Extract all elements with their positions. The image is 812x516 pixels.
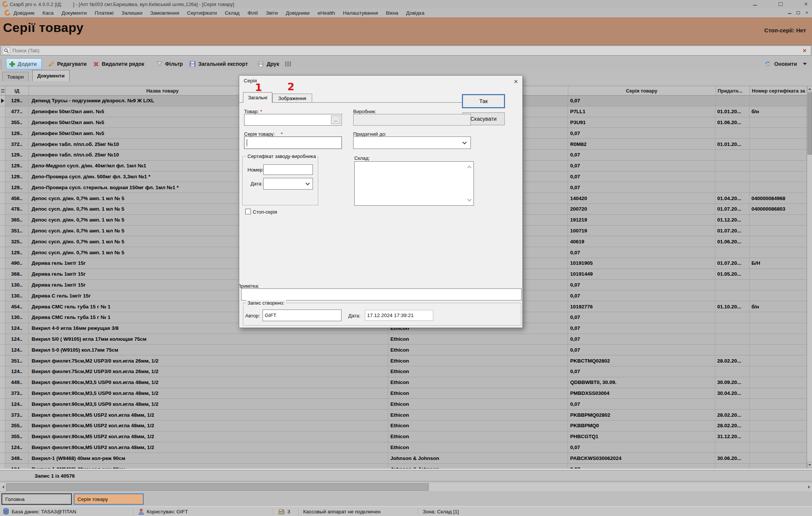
table-row[interactable]: 373..Викрил фиолет.90см,М5 USP2 кол.игла… — [0, 410, 807, 420]
menu-zvity[interactable]: Звіти — [266, 10, 278, 16]
cell-manufacturer[interactable]: Ethicon — [388, 420, 568, 431]
cell-id[interactable]: 372.. — [5, 139, 29, 149]
cell-certificate[interactable] — [750, 290, 807, 301]
cell-series[interactable]: P7LL1 — [568, 106, 715, 117]
cell-id[interactable]: 355.. — [5, 117, 29, 128]
cell-id[interactable]: 490.. — [5, 258, 29, 269]
edit-button[interactable]: Редагувати — [49, 61, 87, 67]
cell-certificate[interactable] — [750, 139, 807, 149]
cell-valid-until[interactable]: 28.02.20... — [715, 355, 750, 366]
cell-certificate[interactable] — [750, 171, 807, 182]
cell-id[interactable]: 130.. — [5, 312, 29, 323]
cell-series[interactable]: 0,07 — [568, 150, 715, 160]
cell-manufacturer[interactable]: Ethicon — [388, 410, 568, 420]
cell-series[interactable]: 0,07 — [568, 312, 715, 323]
table-row[interactable]: 349..Викрил-1 (W9468) 40мм кол-реж 90смJ… — [0, 453, 807, 464]
cell-manufacturer[interactable]: Ethicon — [388, 399, 568, 409]
stop-series-checkbox[interactable] — [245, 209, 251, 214]
cell-series[interactable]: 0,07 — [568, 247, 715, 258]
cell-id[interactable]: 129.. — [5, 96, 29, 106]
cell-id[interactable]: 373.. — [5, 410, 29, 420]
export-button[interactable]: Загальний експорт — [190, 61, 248, 67]
cell-valid-until[interactable] — [715, 399, 750, 409]
scroll-down-icon[interactable] — [807, 462, 812, 468]
cell-name[interactable]: Викрил 5/0 ( W9105) игла 17мм колющая 75… — [29, 334, 388, 345]
cell-valid-until[interactable] — [715, 345, 750, 355]
cell-id[interactable]: 124.. — [5, 323, 29, 334]
cell-id[interactable]: 373.. — [5, 388, 29, 399]
cell-certificate[interactable] — [750, 355, 807, 366]
vertical-scrollbar[interactable] — [807, 86, 812, 469]
cell-name[interactable]: Викрил-1 (W9468) 40мм кол-реж 90см — [29, 464, 388, 469]
cell-name[interactable]: Викрил фиолет.90см,М5 USP2 кол.игла 48мм… — [29, 442, 388, 453]
cell-valid-until[interactable]: 01.12.20... — [715, 215, 750, 225]
cell-series[interactable]: 0,07 — [568, 442, 715, 453]
cell-certificate[interactable] — [750, 388, 807, 399]
cell-series[interactable]: PKBCTMQ02802 — [568, 355, 715, 366]
cell-id[interactable]: 454.. — [5, 301, 29, 312]
menu-vikna[interactable]: Вікна — [386, 10, 398, 16]
cell-id[interactable]: 124.. — [5, 442, 29, 453]
cell-id[interactable]: 368.. — [5, 269, 29, 279]
dialog-tab-general[interactable]: Загальні — [243, 92, 272, 103]
cell-series[interactable]: 0,07 — [568, 345, 715, 355]
cell-certificate[interactable] — [750, 280, 807, 290]
cell-manufacturer[interactable]: Ethicon — [388, 355, 568, 366]
print-button[interactable]: Друк — [258, 61, 279, 67]
cell-name[interactable]: Викрил фиолет.90см,М3,5 USP0 кол.игла 48… — [29, 377, 388, 388]
cell-valid-until[interactable] — [715, 161, 750, 171]
cell-certificate[interactable] — [750, 312, 807, 323]
cell-manufacturer[interactable]: Ethicon — [388, 431, 568, 442]
cell-manufacturer[interactable]: Ethicon — [388, 366, 568, 377]
minimize-icon[interactable] — [752, 1, 758, 7]
cell-valid-until[interactable]: 01.04.20... — [715, 193, 750, 203]
cell-valid-until[interactable]: 28.02.20... — [715, 420, 750, 431]
cell-valid-until[interactable] — [715, 280, 750, 290]
cell-series[interactable]: 0,07 — [568, 280, 715, 290]
menu-dovidnyk[interactable]: Довідник — [14, 10, 35, 16]
grid-menu-icon[interactable] — [1, 89, 5, 93]
cell-series[interactable]: 0,07 — [568, 290, 715, 301]
cell-certificate[interactable]: б/н — [750, 301, 807, 312]
cell-certificate[interactable] — [750, 150, 807, 160]
horizontal-scrollbar[interactable] — [0, 483, 812, 491]
product-field[interactable]: ... — [244, 114, 342, 126]
cell-id[interactable]: 124.. — [5, 345, 29, 355]
cell-name[interactable]: Викрил фиолет.90см,М3,5 USP0 кол.игла 48… — [29, 399, 388, 409]
menu-dokumenty[interactable]: Документи — [61, 10, 87, 16]
cell-series[interactable]: 0,07 — [568, 464, 715, 469]
cell-certificate[interactable]: б/н — [750, 106, 807, 117]
bottom-tab-main[interactable]: Головна — [2, 493, 72, 505]
cell-id[interactable]: 124.. — [5, 334, 29, 345]
scroll-left-icon[interactable] — [0, 483, 6, 491]
table-row[interactable]: 355..Викрил фиолет.90см,М5 USP2 кол.игла… — [0, 420, 807, 431]
cell-valid-until[interactable]: 01.07.20... — [715, 204, 750, 214]
cell-valid-until[interactable] — [715, 150, 750, 160]
menu-dovidka[interactable]: Довідка — [406, 10, 425, 16]
cell-valid-until[interactable]: 28.02.20... — [715, 410, 750, 420]
cell-series[interactable]: 0,07 — [568, 182, 715, 193]
cell-id[interactable]: 129.. — [5, 247, 29, 258]
scroll-down-icon[interactable] — [467, 197, 471, 201]
ok-button[interactable]: Так — [462, 94, 505, 108]
cell-certificate[interactable] — [750, 431, 807, 442]
cell-valid-until[interactable] — [715, 290, 750, 301]
cell-valid-until[interactable] — [715, 442, 750, 453]
table-row[interactable]: 124..Викрил 5/0 ( W9105) игла 17мм колющ… — [0, 334, 807, 345]
tab-goods[interactable]: Товари — [2, 72, 29, 81]
mdi-close-icon[interactable]: × — [805, 10, 808, 15]
cell-valid-until[interactable] — [715, 334, 750, 345]
close-icon[interactable]: × — [803, 1, 809, 7]
column-header-id[interactable]: ІД — [5, 86, 29, 96]
cell-manufacturer[interactable]: Ethicon — [388, 442, 568, 453]
menu-dovidnyky[interactable]: Довідники — [286, 10, 310, 16]
cell-valid-until[interactable]: 30.04.20... — [715, 388, 750, 399]
cell-id[interactable]: 351.. — [5, 226, 29, 236]
cell-valid-until[interactable]: 01.07.20... — [715, 258, 750, 269]
columns-icon[interactable] — [285, 61, 291, 67]
cell-id[interactable]: 129.. — [5, 128, 29, 138]
cell-id[interactable]: 355.. — [5, 431, 29, 442]
cell-series[interactable]: 0,07 — [568, 399, 715, 409]
cell-id[interactable]: 349.. — [5, 453, 29, 463]
cell-series[interactable]: 10191905 — [568, 258, 715, 269]
